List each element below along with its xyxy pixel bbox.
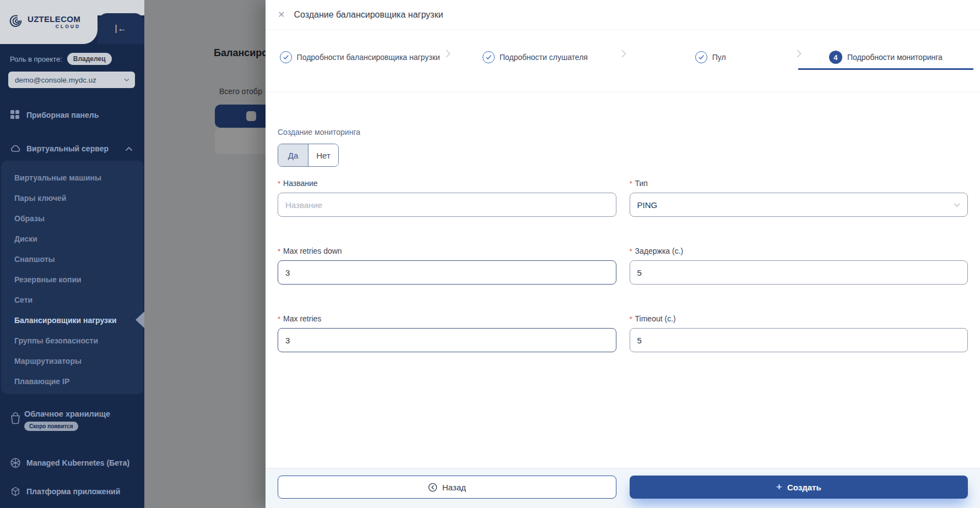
field-name: *Название [278, 179, 616, 217]
delay-input[interactable] [630, 260, 968, 285]
step-label: Подробности балансировщика нагрузки [297, 53, 440, 62]
step-number-badge: 4 [829, 51, 842, 64]
stepper: Подробности балансировщика нагрузки Подр… [266, 30, 980, 92]
required-asterisk: * [278, 179, 280, 188]
sidebar-item-networks[interactable]: Сети [14, 294, 33, 306]
project-role-row: Роль в проекте: Владелец [10, 53, 112, 65]
sidebar-item-floating-ip[interactable]: Плавающие IP [14, 375, 69, 387]
type-select[interactable] [630, 193, 968, 217]
field-label: Тип [635, 179, 648, 188]
role-label: Роль в проекте: [10, 55, 62, 63]
brand-sub: CLOUD [28, 24, 80, 29]
sidebar-item-images[interactable]: Образы [14, 212, 45, 225]
kubernetes-helm-icon [10, 457, 21, 468]
sidebar-item-snapshots[interactable]: Снапшоты [14, 253, 55, 265]
project-select-value: demo@console.mydc.uz [15, 76, 124, 84]
sidebar: UZTELECOM CLOUD |← Роль в проекте: Владе… [0, 0, 144, 508]
field-type: *Тип [630, 179, 968, 217]
brand-logo: UZTELECOM CLOUD [28, 15, 80, 29]
chevron-up-icon [126, 146, 132, 151]
back-button[interactable]: Назад [278, 476, 616, 499]
project-select[interactable]: demo@console.mydc.uz [8, 72, 135, 88]
create-button-label: Создать [787, 483, 821, 492]
required-asterisk: * [630, 179, 632, 188]
field-delay: *Задержка (с.) [630, 247, 968, 285]
field-label: Timeout (с.) [635, 314, 676, 323]
sidebar-item-virtual-machines[interactable]: Виртуальные машины [14, 172, 101, 184]
name-input[interactable] [278, 193, 616, 217]
create-monitoring-label: Создание мониторинга [278, 128, 968, 136]
drawer-footer: Назад + Создать [266, 468, 980, 508]
coming-soon-badge: Скоро появится [24, 422, 78, 431]
step-done-check-icon [483, 51, 495, 63]
max-retries-down-input[interactable] [278, 260, 616, 285]
sidebar-item-app-platform[interactable]: Платформа приложений [0, 484, 144, 499]
step-label: Пул [712, 53, 726, 62]
sidebar-item-managed-kubernetes[interactable]: Managed Kubernetes (Бета) [0, 456, 144, 470]
field-max-retries: *Max retries [278, 314, 616, 352]
sidebar-collapse-tab: |← [98, 13, 144, 44]
sidebar-item-dashboard[interactable]: Приборная панель [0, 108, 144, 122]
step-load-balancer-details[interactable]: Подробности балансировщика нагрузки [272, 45, 447, 70]
back-button-label: Назад [442, 483, 466, 492]
back-circle-arrow-icon [428, 483, 437, 492]
create-load-balancer-drawer: ✕ Создание балансировщика нагрузки Подро… [266, 0, 980, 508]
required-asterisk: * [630, 247, 632, 255]
field-label: Max retries down [283, 247, 342, 255]
sidebar-item-label: Приборная панель [26, 111, 99, 119]
active-item-marker [136, 312, 144, 328]
step-pool[interactable]: Пул [623, 45, 798, 70]
create-button[interactable]: + Создать [630, 476, 968, 499]
step-monitoring-details[interactable]: 4 Подробности мониторинга [798, 45, 973, 70]
role-badge: Владелец [67, 53, 112, 65]
sidebar-item-key-pairs[interactable]: Пары ключей [14, 192, 66, 204]
sidebar-item-label: Облачное хранилище [24, 409, 110, 418]
required-asterisk: * [278, 315, 280, 323]
sidebar-item-load-balancers[interactable]: Балансировщики нагрузки [14, 314, 117, 326]
timeout-input[interactable] [630, 328, 968, 352]
sidebar-item-virtual-server[interactable]: Виртуальный сервер [0, 141, 144, 156]
plus-icon: + [776, 482, 782, 492]
drawer-header: ✕ Создание балансировщика нагрузки [266, 0, 980, 30]
monitoring-form: *Название *Тип *Max retries down *Задерж… [278, 179, 968, 352]
cloud-icon [10, 143, 21, 154]
step-listener-details[interactable]: Подробности слушателя [447, 45, 622, 70]
uztelecom-wave-icon [9, 14, 23, 30]
field-label: Max retries [283, 314, 321, 323]
create-monitoring-toggle: Да Нет [278, 144, 339, 167]
toggle-yes-button[interactable]: Да [278, 144, 308, 166]
field-timeout: *Timeout (с.) [630, 314, 968, 352]
sidebar-item-label: Платформа приложений [26, 487, 120, 496]
app-root: UZTELECOM CLOUD |← Роль в проекте: Владе… [0, 0, 980, 508]
field-max-retries-down: *Max retries down [278, 247, 616, 285]
sidebar-item-disks[interactable]: Диски [14, 233, 37, 245]
required-asterisk: * [278, 247, 280, 255]
chevron-down-icon [124, 78, 129, 81]
max-retries-input[interactable] [278, 328, 616, 352]
step-done-check-icon [280, 51, 292, 63]
close-icon[interactable]: ✕ [274, 8, 288, 21]
sidebar-item-routers[interactable]: Маршрутизаторы [14, 355, 82, 367]
required-asterisk: * [630, 315, 632, 323]
field-label: Название [283, 179, 318, 188]
sidebar-item-label: Виртуальный сервер [26, 144, 109, 153]
bucket-icon [9, 411, 21, 425]
step-label: Подробности слушателя [500, 53, 588, 62]
sidebar-item-label: Managed Kubernetes (Бета) [26, 458, 129, 467]
step-done-check-icon [695, 51, 707, 63]
sidebar-item-backups[interactable]: Резервные копии [14, 274, 82, 286]
sidebar-item-security-groups[interactable]: Группы безопасности [14, 335, 98, 347]
drawer-title: Создание балансировщика нагрузки [294, 10, 443, 20]
dashboard-grid-icon [10, 110, 21, 121]
collapse-sidebar-icon[interactable]: |← [115, 24, 127, 34]
toggle-no-button[interactable]: Нет [308, 144, 338, 166]
brand-name: UZTELECOM [28, 15, 80, 23]
step-label: Подробности мониторинга [847, 53, 943, 62]
drawer-body: Создание мониторинга Да Нет *Название *Т… [266, 92, 980, 468]
field-label: Задержка (с.) [635, 247, 684, 255]
logo-panel: UZTELECOM CLOUD [0, 0, 98, 44]
cube-icon [10, 486, 21, 497]
